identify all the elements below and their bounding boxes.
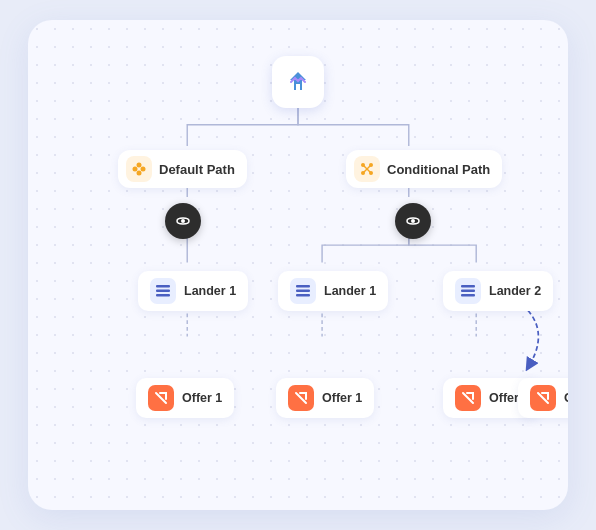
lander-1a-icon [150,278,176,304]
default-path-label: Default Path [159,162,235,177]
offer-3-icon [455,385,481,411]
lander-1a-node: Lander 1 [138,271,248,311]
flowchart-tree: Default Path Conditional Path [28,38,568,510]
router-2-node [395,203,431,239]
router-1-node [165,203,201,239]
svg-rect-17 [156,285,170,288]
svg-rect-23 [461,285,475,288]
svg-point-16 [411,219,415,223]
offer-2-icon [288,385,314,411]
default-path-icon [126,156,152,182]
svg-point-5 [133,167,138,172]
offer-4-node: Offer 3 [518,378,568,418]
offer-1-node: Offer 1 [136,378,234,418]
offer-4-label: Offer 3 [564,391,568,405]
svg-rect-19 [156,294,170,297]
main-card: Default Path Conditional Path [28,20,568,510]
svg-point-7 [141,167,146,172]
svg-rect-25 [461,294,475,297]
svg-rect-22 [296,294,310,297]
offer-4-icon [530,385,556,411]
svg-rect-21 [296,290,310,293]
root-node [272,56,324,108]
lander-1b-icon [290,278,316,304]
conditional-path-label: Conditional Path [387,162,490,177]
lander-2-label: Lander 2 [489,284,541,298]
default-path-node: Default Path [118,150,247,188]
lander-1b-node: Lander 1 [278,271,388,311]
svg-point-8 [137,171,142,176]
lander-2-node: Lander 2 [443,271,553,311]
offer-1-label: Offer 1 [182,391,222,405]
conditional-path-node: Conditional Path [346,150,502,188]
svg-rect-18 [156,290,170,293]
svg-rect-20 [296,285,310,288]
offer-1-icon [148,385,174,411]
conditional-path-icon [354,156,380,182]
lander-1a-label: Lander 1 [184,284,236,298]
svg-point-6 [137,163,142,168]
lander-2-icon [455,278,481,304]
offer-2-node: Offer 1 [276,378,374,418]
lander-1b-label: Lander 1 [324,284,376,298]
svg-point-15 [181,219,185,223]
offer-2-label: Offer 1 [322,391,362,405]
svg-rect-24 [461,290,475,293]
